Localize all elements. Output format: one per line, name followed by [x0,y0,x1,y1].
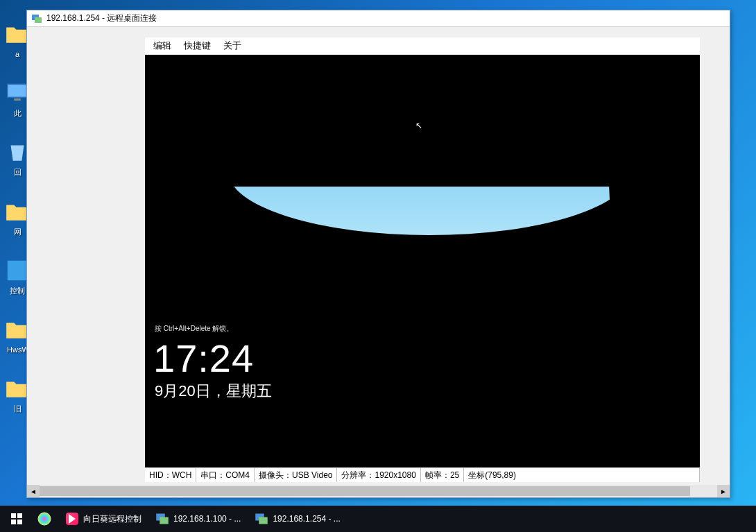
ipkvm-status-bar: HID：WCH 串口：COM4 摄像头：USB Video 分辨率：1920x1… [145,468,700,482]
svg-rect-15 [35,17,42,23]
lockscreen-unlock-hint: 按 Ctrl+Alt+Delete 解锁。 [155,324,233,334]
svg-rect-2 [8,261,28,281]
svg-rect-18 [11,520,16,524]
ipkvm-video-frame[interactable]: 按 Ctrl+Alt+Delete 解锁。 17:24 9月20日，星期五 ↖ [145,55,700,467]
lockscreen-rock [433,239,467,270]
menu-about[interactable]: 关于 [223,40,241,52]
browser-icon [37,512,51,526]
rdp-icon [255,512,268,526]
taskbar-item-label: 向日葵远程控制 [83,513,141,525]
status-camera: 摄像头：USB Video [255,468,337,482]
ipkvm-menubar: 编辑 快捷键 关于 [145,37,700,54]
windows-logo-icon [11,513,22,524]
svg-rect-0 [8,85,28,98]
status-hid: HID：WCH [145,468,196,482]
status-resolution: 分辨率：1920x1080 [337,468,420,482]
lockscreen-cave-top [145,55,700,187]
rdp-body: 编辑 快捷键 关于 按 Ctrl+Alt+Delete 解锁。 17:24 9月… [27,27,730,497]
taskbar: 向日葵远程控制 192.168.1.100 - ... 192.168.1.25… [0,506,756,532]
svg-rect-1 [14,98,21,101]
scroll-left-arrow-icon[interactable]: ◄ [27,485,40,497]
taskbar-rdp-2[interactable]: 192.168.1.254 - ... [248,506,347,532]
taskbar-browser[interactable] [31,506,58,532]
svg-rect-23 [160,517,169,524]
rdp-window: 192.168.1.254 - 远程桌面连接 编辑 快捷键 关于 按 Ctrl+… [26,10,730,498]
scroll-track[interactable] [40,485,717,497]
rdp-titlebar[interactable]: 192.168.1.254 - 远程桌面连接 [27,10,730,27]
start-button[interactable] [3,506,31,532]
scroll-thumb[interactable] [40,486,690,496]
lockscreen-date: 9月20日，星期五 [155,381,272,402]
scroll-right-arrow-icon[interactable]: ► [717,485,730,497]
taskbar-item-label: 192.168.1.100 - ... [173,514,241,524]
svg-rect-17 [17,513,22,518]
menu-shortcut[interactable]: 快捷键 [184,40,211,52]
svg-rect-16 [11,513,16,518]
rdp-title-text: 192.168.1.254 - 远程桌面连接 [46,12,157,24]
taskbar-item-label: 192.168.1.254 - ... [273,514,340,524]
status-serial: 串口：COM4 [196,468,255,482]
rdp-icon [31,13,42,24]
svg-rect-19 [17,520,22,524]
sunflower-remote-icon [65,512,79,526]
taskbar-sunflower[interactable]: 向日葵远程控制 [58,506,148,532]
menu-edit[interactable]: 编辑 [153,40,171,52]
taskbar-rdp-1[interactable]: 192.168.1.100 - ... [148,506,248,532]
remote-cursor-icon: ↖ [415,121,422,130]
status-fps: 帧率：25 [421,468,464,482]
status-coords: 坐标(795,89) [464,468,700,482]
svg-rect-25 [259,517,268,524]
host-desktop: a 此 回 网 控制 HwsW 旧 abc 此电脑 网络 IPKVM - 快捷方… [0,0,756,532]
lockscreen-clock: 17:24 [153,336,254,381]
rdp-horizontal-scrollbar[interactable]: ◄ ► [27,485,730,497]
rdp-icon [155,512,169,526]
svg-point-21 [38,513,51,525]
